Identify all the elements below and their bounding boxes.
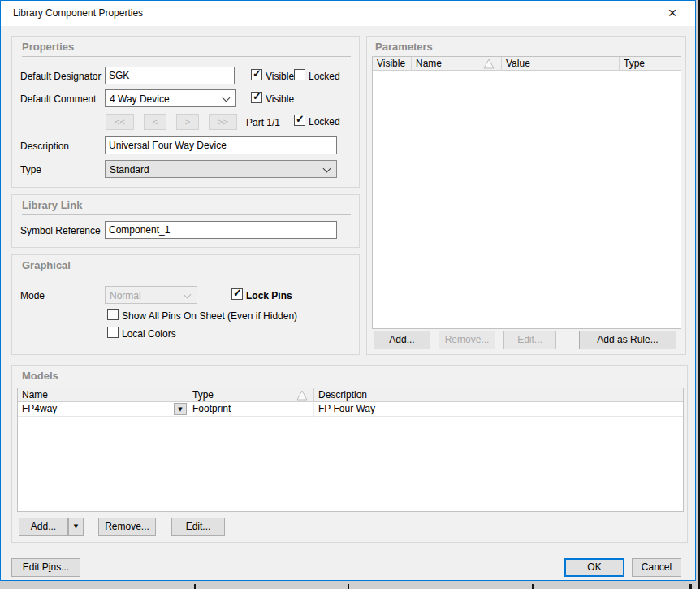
show-all-pins-label: Show All Pins On Sheet (Even if Hidden) <box>122 310 297 322</box>
ok-button[interactable]: OK <box>564 558 624 577</box>
library-component-properties-dialog: Library Component Properties × Propertie… <box>0 0 696 581</box>
models-table: Name Type Description FP4way ▼ <box>17 388 684 512</box>
column-header-label: Type <box>624 58 645 69</box>
description-label: Description <box>20 141 69 152</box>
part-last-button[interactable]: >> <box>209 114 237 130</box>
sort-ascending-icon <box>483 58 495 69</box>
default-comment-value: 4 Way Device <box>110 93 170 105</box>
title-bar[interactable]: Library Component Properties × <box>1 1 695 26</box>
models-edit-button[interactable]: Edit... <box>171 518 225 536</box>
chevron-down-icon <box>223 94 231 102</box>
column-header-name[interactable]: Name <box>412 57 502 71</box>
designator-locked-label: Locked <box>309 71 340 82</box>
column-header-visible[interactable]: Visible <box>373 57 412 71</box>
column-header-value[interactable]: Value <box>502 57 620 71</box>
button-label: Edit... <box>186 521 211 532</box>
parameters-edit-button[interactable]: Edit... <box>503 331 556 349</box>
button-label: OK <box>587 561 601 573</box>
part-locked-label: Locked <box>309 116 340 128</box>
background-grid-tick <box>194 584 196 589</box>
model-dropdown-button[interactable]: ▼ <box>174 403 187 415</box>
model-row[interactable]: FP4way ▼ Footprint FP Four Way <box>18 402 683 417</box>
designator-visible-label: Visible <box>266 71 294 82</box>
column-header-description[interactable]: Description <box>314 388 685 402</box>
default-designator-input[interactable] <box>105 67 235 84</box>
model-type-cell: Footprint <box>188 402 314 417</box>
designator-visible-checkbox[interactable] <box>251 69 262 80</box>
models-remove-button[interactable]: Remove... <box>98 518 156 536</box>
models-group: Models Name Type Description FP4wa <box>11 365 688 543</box>
local-colors-checkbox[interactable] <box>107 327 119 338</box>
type-value: Standard <box>110 164 149 175</box>
column-header-label: Visible <box>377 58 405 69</box>
type-combo[interactable]: Standard <box>105 160 337 178</box>
column-header-name[interactable]: Name <box>18 388 188 402</box>
divider <box>22 56 351 57</box>
model-description-cell: FP Four Way <box>314 402 685 417</box>
button-label: Edit... <box>517 334 542 345</box>
part-indicator: Part 1/1 <box>246 117 280 128</box>
default-designator-label: Default Designator <box>20 71 101 82</box>
background-grid-tick <box>689 584 692 589</box>
lock-pins-checkbox[interactable] <box>231 288 243 300</box>
parameters-add-button[interactable]: Add... <box>374 331 430 349</box>
show-all-pins-checkbox[interactable] <box>107 309 119 320</box>
button-label: Add... <box>389 334 414 345</box>
comment-visible-label: Visible <box>266 93 294 105</box>
graphical-group: Graphical Mode Normal Lock Pins Show All… <box>11 254 360 355</box>
models-table-header: Name Type Description <box>18 388 683 402</box>
button-label: Remove... <box>105 521 149 532</box>
button-label: Cancel <box>642 561 672 573</box>
model-name-cell[interactable]: FP4way ▼ <box>18 402 188 417</box>
part-prev-button[interactable]: < <box>144 114 166 130</box>
mode-value: Normal <box>110 290 141 301</box>
chevron-down-icon <box>184 291 192 299</box>
library-link-header: Library Link <box>22 199 82 211</box>
library-link-group: Library Link Symbol Reference <box>11 194 360 248</box>
column-header-label: Name <box>416 58 442 69</box>
default-comment-label: Default Comment <box>20 93 96 105</box>
button-label: Edit Pins... <box>23 561 69 573</box>
model-description-value: FP Four Way <box>318 403 375 414</box>
background-grid-tick <box>532 584 534 589</box>
models-add-dropdown-button[interactable]: ▼ <box>68 518 84 536</box>
part-next-button[interactable]: > <box>176 114 199 130</box>
part-locked-checkbox[interactable] <box>294 115 305 126</box>
comment-visible-checkbox[interactable] <box>251 92 262 103</box>
close-icon[interactable]: × <box>663 3 682 23</box>
lock-pins-label: Lock Pins <box>246 290 292 301</box>
divider <box>22 214 351 215</box>
properties-group: Properties Default Designator Visible Lo… <box>11 36 360 188</box>
default-comment-combo[interactable]: 4 Way Device <box>105 89 236 107</box>
button-label: Add as Rule... <box>597 334 658 345</box>
models-add-button[interactable]: Add... <box>19 518 68 536</box>
model-type-value: Footprint <box>192 403 231 414</box>
background-grid-tick <box>348 584 349 589</box>
parameters-remove-button[interactable]: Remove... <box>439 331 495 349</box>
symbol-reference-label: Symbol Reference <box>20 225 101 236</box>
add-as-rule-button[interactable]: Add as Rule... <box>579 331 676 349</box>
description-input[interactable] <box>105 136 337 154</box>
model-name-value: FP4way <box>22 403 57 414</box>
part-first-button[interactable]: << <box>106 114 134 130</box>
column-header-type[interactable]: Type <box>188 388 314 402</box>
symbol-reference-input[interactable] <box>105 221 337 239</box>
edit-pins-button[interactable]: Edit Pins... <box>11 558 80 577</box>
column-header-type[interactable]: Type <box>620 57 682 71</box>
divider <box>22 275 351 275</box>
button-label: Add... <box>31 521 56 532</box>
properties-header: Properties <box>22 41 74 53</box>
button-label: Remove... <box>445 334 490 345</box>
column-header-label: Description <box>318 389 367 401</box>
column-header-label: Value <box>506 58 530 69</box>
graphical-header: Graphical <box>22 259 71 271</box>
models-header: Models <box>22 370 58 382</box>
chevron-down-icon <box>323 165 331 173</box>
designator-locked-checkbox[interactable] <box>294 69 305 80</box>
cancel-button[interactable]: Cancel <box>632 558 681 577</box>
mode-label: Mode <box>20 290 45 301</box>
column-header-label: Type <box>192 389 214 401</box>
mode-combo[interactable]: Normal <box>105 286 197 304</box>
dialog-title: Library Component Properties <box>13 7 143 19</box>
parameters-header: Parameters <box>375 41 433 53</box>
